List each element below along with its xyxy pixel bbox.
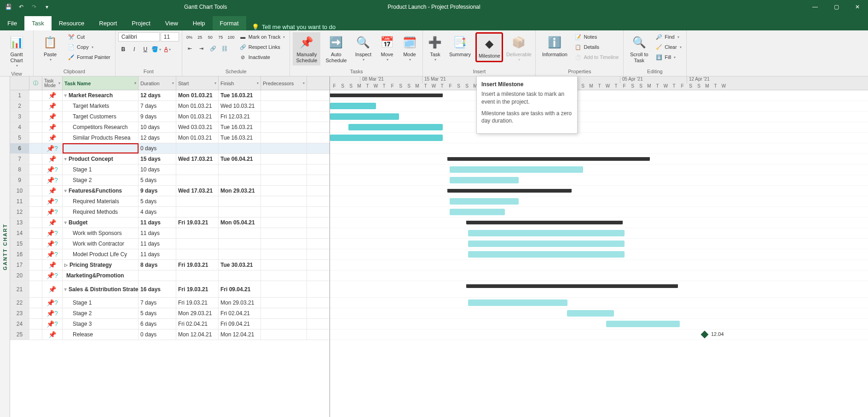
row-index[interactable]: 7 — [10, 154, 29, 164]
col-task-mode[interactable]: Task Mode▾ — [42, 76, 63, 90]
gantt-row[interactable] — [330, 207, 868, 217]
table-row[interactable]: 7 📌 ▿Product Concept 15 days Wed 17.03.2… — [10, 154, 330, 164]
col-finish[interactable]: Finish▾ — [219, 76, 261, 90]
row-index[interactable]: 14 — [10, 228, 29, 238]
cell-duration[interactable]: 15 days — [139, 154, 176, 164]
cell-mode[interactable]: 📌? — [42, 175, 63, 185]
cell-name[interactable]: Work with Contractor — [63, 239, 139, 249]
paste-button[interactable]: 📋 Paste▾ — [36, 32, 64, 64]
copy-button[interactable]: 📄Copy▾ — [66, 42, 112, 52]
cell-duration[interactable]: 7 days — [139, 298, 176, 308]
row-index[interactable]: 11 — [10, 196, 29, 206]
cell-start[interactable]: Wed 17.03.21 — [176, 186, 219, 196]
cell-finish[interactable]: Fri 12.03.21 — [219, 112, 261, 122]
cell-start[interactable]: Fri 02.04.21 — [176, 319, 219, 329]
cell-finish[interactable]: Tue 16.03.21 — [219, 90, 261, 100]
task-bar[interactable] — [450, 166, 583, 173]
cell-finish[interactable]: Tue 16.03.21 — [219, 133, 261, 143]
gantt-row[interactable] — [330, 122, 868, 133]
notes-button[interactable]: 📝Notes — [573, 32, 620, 41]
cell-finish[interactable]: Mon 29.03.21 — [219, 186, 261, 196]
cell-duration[interactable]: 0 days — [139, 329, 176, 340]
cell-name[interactable]: ▿Budget — [63, 217, 139, 228]
cell-start[interactable]: Fri 19.03.21 — [176, 217, 219, 228]
format-painter-button[interactable]: 🖌️Format Painter — [66, 53, 112, 62]
pct100-button[interactable]: 100 — [226, 32, 236, 42]
fill-color-button[interactable]: 🪣▾ — [151, 44, 162, 54]
inactivate-button[interactable]: ⊘Inactivate — [237, 53, 287, 62]
row-index[interactable]: 1 — [10, 90, 29, 100]
cell-info[interactable] — [29, 186, 42, 196]
link-button[interactable]: 🔗 — [208, 43, 218, 53]
gantt-row[interactable] — [330, 260, 868, 270]
cell-finish[interactable]: Fri 02.04.21 — [219, 308, 261, 318]
cell-finish[interactable]: Tue 06.04.21 — [219, 154, 261, 164]
cell-name[interactable]: ▿Sales & Distribution Strategy — [63, 281, 139, 297]
auto-schedule-button[interactable]: ➡️ Auto Schedule — [322, 32, 350, 65]
cell-predecessors[interactable] — [261, 122, 307, 132]
table-row[interactable]: 3 📌 Target Customers 9 days Mon 01.03.21… — [10, 112, 330, 122]
cell-info[interactable] — [29, 196, 42, 206]
task-bar[interactable] — [450, 198, 519, 205]
cell-duration[interactable]: 12 days — [139, 90, 176, 100]
expander-icon[interactable]: ▿ — [64, 287, 67, 292]
cell-name[interactable]: Stage 1 — [63, 164, 139, 175]
col-info[interactable]: ⓘ — [29, 76, 42, 90]
cell-finish[interactable]: Fri 09.04.21 — [219, 319, 261, 329]
bold-button[interactable]: B — [118, 44, 128, 54]
mode-button[interactable]: 🗓️ Mode▾ — [399, 32, 420, 64]
find-button[interactable]: 🔎Find▾ — [654, 32, 683, 41]
add-timeline-button[interactable]: ⏱️Add to Timeline — [573, 53, 620, 62]
table-row[interactable]: 20 📌? Marketing&Promotion — [10, 270, 330, 281]
cell-name[interactable]: Target Markets — [63, 101, 139, 111]
cell-duration[interactable]: 10 days — [139, 164, 176, 175]
tab-help[interactable]: Help — [185, 16, 213, 30]
row-index[interactable]: 3 — [10, 112, 29, 122]
cell-duration[interactable]: 0 days — [139, 143, 176, 153]
cell-mode[interactable]: 📌 — [42, 260, 63, 270]
cell-name[interactable]: ▿Features&Functions — [63, 186, 139, 196]
task-bar[interactable] — [468, 251, 625, 258]
cell-info[interactable] — [29, 101, 42, 111]
cell-duration[interactable]: 5 days — [139, 308, 176, 318]
summary-button[interactable]: 📑 Summary — [446, 32, 474, 59]
cell-duration[interactable]: 7 days — [139, 101, 176, 111]
insert-task-button[interactable]: ➕ Task▾ — [426, 32, 444, 64]
gantt-row[interactable] — [330, 143, 868, 154]
cell-start[interactable]: Wed 03.03.21 — [176, 122, 219, 132]
cell-predecessors[interactable] — [261, 228, 307, 238]
cell-finish[interactable] — [219, 270, 261, 281]
details-button[interactable]: 📋Details — [573, 42, 620, 52]
task-bar[interactable] — [450, 177, 519, 183]
cell-mode[interactable]: 📌 — [42, 154, 63, 164]
cut-button[interactable]: ✂️Cut — [66, 32, 112, 41]
tab-project[interactable]: Project — [124, 16, 157, 30]
expander-icon[interactable]: ▷ — [64, 263, 68, 267]
row-index[interactable]: 9 — [10, 175, 29, 185]
task-bar[interactable] — [348, 124, 443, 130]
cell-mode[interactable]: 📌 — [42, 133, 63, 143]
cell-predecessors[interactable] — [261, 329, 307, 340]
cell-predecessors[interactable] — [261, 101, 307, 111]
cell-start[interactable]: Mon 12.04.21 — [176, 329, 219, 340]
cell-info[interactable] — [29, 319, 42, 329]
tab-format[interactable]: Format — [213, 16, 246, 30]
row-index[interactable]: 8 — [10, 164, 29, 175]
row-index[interactable]: 22 — [10, 298, 29, 308]
table-row[interactable]: 16 📌? Model Product Life Cy 11 days — [10, 249, 330, 260]
table-row[interactable]: 14 📌? Work with Sponsors 11 days — [10, 228, 330, 239]
task-bar[interactable] — [468, 230, 625, 236]
gantt-row[interactable] — [330, 270, 868, 281]
cell-predecessors[interactable] — [261, 249, 307, 259]
cell-predecessors[interactable] — [261, 207, 307, 217]
expander-icon[interactable]: ▿ — [64, 157, 67, 161]
indent-button[interactable]: ⇥ — [197, 43, 207, 53]
cell-name[interactable]: Marketing&Promotion — [63, 270, 139, 281]
cell-start[interactable]: Wed 17.03.21 — [176, 154, 219, 164]
save-icon[interactable]: 💾 — [4, 2, 13, 12]
cell-start[interactable]: Mon 01.03.21 — [176, 112, 219, 122]
cell-duration[interactable]: 11 days — [139, 228, 176, 238]
table-row[interactable]: 23 📌? Stage 2 5 days Mon 29.03.21 Fri 02… — [10, 308, 330, 319]
tell-me-search[interactable]: 💡 Tell me what you want to do — [246, 23, 341, 30]
cell-duration[interactable]: 5 days — [139, 196, 176, 206]
